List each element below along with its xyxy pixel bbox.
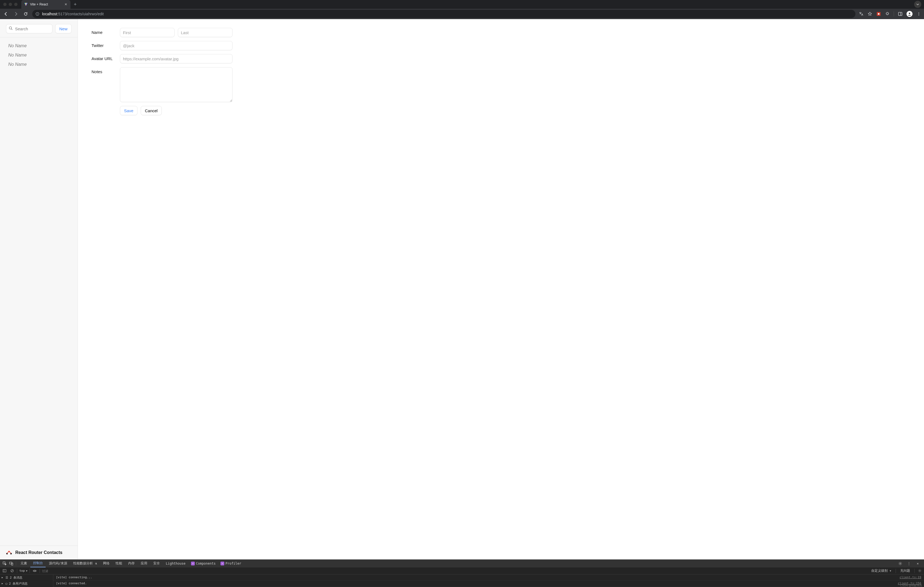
devtools-close-icon[interactable]: ✕: [915, 562, 921, 566]
expand-triangle-icon: ▶: [2, 582, 4, 585]
divider: [16, 561, 16, 566]
vite-favicon-icon: [24, 2, 28, 6]
new-tab-button[interactable]: +: [74, 2, 77, 7]
log-source-link[interactable]: client.ts:19: [900, 575, 921, 579]
devtools-tab-components[interactable]: ⚛Components: [189, 560, 218, 567]
live-expression-icon[interactable]: [32, 569, 38, 573]
last-name-input[interactable]: [178, 28, 233, 37]
maximize-window-icon[interactable]: [14, 3, 18, 6]
svg-point-27: [919, 570, 920, 571]
twitter-label: Twitter: [92, 41, 120, 48]
sidebar-user-messages-row[interactable]: ▶ ◯ 2 条用户消息: [0, 580, 53, 587]
sidebar-messages-row[interactable]: ▶ ☰ 2 条消息: [0, 574, 53, 580]
devtools-tab-elements[interactable]: 元素: [18, 560, 30, 567]
svg-point-10: [919, 12, 919, 13]
console-filter-input[interactable]: [42, 569, 867, 572]
sidebar: New No Name No Name No Name React Router…: [0, 19, 78, 559]
react-router-logo-icon: [6, 549, 12, 556]
chevron-down-icon: ▼: [890, 569, 891, 572]
svg-rect-4: [37, 13, 38, 13]
cancel-button[interactable]: Cancel: [141, 106, 162, 115]
browser-tab[interactable]: Vite + React ✕: [21, 0, 71, 9]
forward-button[interactable]: [13, 11, 19, 17]
reload-button[interactable]: [22, 11, 29, 17]
svg-point-26: [34, 570, 36, 571]
back-button[interactable]: [3, 11, 9, 17]
user-icon: ◯: [5, 582, 7, 585]
list-icon: ☰: [5, 576, 8, 579]
issues-label[interactable]: 无问题: [898, 569, 912, 573]
browser-chrome: Vite + React ✕ + localhost:5173/contacts…: [0, 0, 924, 19]
devtools-tab-security[interactable]: 安全: [150, 560, 163, 567]
contact-list-item[interactable]: No Name: [0, 51, 78, 60]
search-input[interactable]: [6, 24, 53, 33]
name-label: Name: [92, 28, 120, 35]
main-content: Name Twitter Avatar URL Notes Save Cance…: [78, 19, 924, 559]
devtools-tab-lighthouse[interactable]: Lighthouse: [163, 560, 188, 567]
log-levels-selector[interactable]: 自定义级别 ▼: [869, 569, 893, 573]
contact-list-item[interactable]: No Name: [0, 41, 78, 51]
translate-icon[interactable]: [859, 12, 864, 16]
clear-console-icon[interactable]: [9, 569, 15, 572]
url-text: localhost:5173/contacts/uiahrwo/edit: [42, 12, 104, 16]
new-contact-button[interactable]: New: [55, 24, 72, 33]
devtools-panel: 元素 控制台 源代码/来源 性能数据分析 ⚗ 网络 性能 内存 应用 安全 Li…: [0, 559, 924, 587]
console-sidebar-toggle-icon[interactable]: [2, 569, 7, 572]
kebab-menu-icon[interactable]: [916, 12, 921, 16]
chevron-down-icon: ▼: [26, 569, 27, 572]
close-window-icon[interactable]: [3, 3, 7, 6]
devtools-kebab-icon[interactable]: ⋮: [906, 562, 912, 566]
log-text: [vite] connected.: [56, 582, 87, 585]
tab-close-icon[interactable]: ✕: [64, 2, 68, 6]
svg-line-14: [12, 29, 13, 30]
console-log-row[interactable]: [vite] connected. client.ts:156: [53, 580, 924, 587]
devtools-tab-sources[interactable]: 源代码/来源: [46, 560, 70, 567]
devtools-tab-performance-insights[interactable]: 性能数据分析 ⚗: [71, 560, 99, 567]
chevron-down-icon[interactable]: [914, 1, 921, 8]
window-controls: [3, 3, 18, 6]
log-text: [vite] connecting...: [56, 575, 92, 579]
extension-icon-1[interactable]: [876, 12, 881, 16]
svg-rect-22: [3, 569, 6, 572]
flask-icon: ⚗: [95, 562, 97, 566]
footer-title: React Router Contacts: [15, 550, 62, 555]
extensions-icon[interactable]: [885, 12, 890, 16]
side-panel-icon[interactable]: [898, 12, 903, 16]
avatar-url-input[interactable]: [120, 54, 233, 63]
address-bar[interactable]: localhost:5173/contacts/uiahrwo/edit: [32, 10, 855, 18]
svg-point-6: [878, 13, 879, 15]
twitter-input[interactable]: [120, 41, 233, 50]
site-info-icon[interactable]: [36, 12, 40, 16]
devtools-settings-icon[interactable]: [897, 562, 903, 566]
first-name-input[interactable]: [120, 28, 175, 37]
console-log-row[interactable]: [vite] connecting... client.ts:19: [53, 574, 924, 580]
avatar-url-label: Avatar URL: [92, 54, 120, 61]
contact-list-item[interactable]: No Name: [0, 60, 78, 69]
tab-strip: Vite + React ✕ +: [0, 0, 924, 9]
devtools-tab-profiler[interactable]: ⚛Profiler: [218, 560, 243, 567]
devtools-tab-network[interactable]: 网络: [100, 560, 112, 567]
devtools-tab-console[interactable]: 控制台: [30, 560, 46, 567]
toolbar-right-icons: [859, 11, 921, 17]
profile-avatar-icon[interactable]: [906, 11, 912, 17]
svg-point-11: [919, 14, 919, 14]
inspect-element-icon[interactable]: [2, 562, 8, 566]
search-icon: [9, 26, 13, 31]
devtools-tab-memory[interactable]: 内存: [125, 560, 137, 567]
contact-list: No Name No Name No Name: [0, 38, 78, 546]
expand-triangle-icon: ▶: [2, 576, 4, 579]
devtools-tab-bar: 元素 控制台 源代码/来源 性能数据分析 ⚗ 网络 性能 内存 应用 安全 Li…: [0, 560, 924, 567]
device-toolbar-icon[interactable]: [8, 562, 14, 566]
bookmark-star-icon[interactable]: [868, 12, 872, 16]
notes-textarea[interactable]: [120, 67, 233, 102]
execution-context-selector[interactable]: top ▼: [20, 569, 27, 572]
console-settings-icon[interactable]: [917, 569, 922, 572]
react-badge-icon: ⚛: [221, 562, 224, 566]
save-button[interactable]: Save: [120, 106, 137, 115]
sidebar-header: New: [0, 19, 78, 38]
svg-rect-7: [899, 12, 902, 16]
watermark-text: CSDN @码蚁先生: [900, 584, 922, 587]
minimize-window-icon[interactable]: [9, 3, 12, 6]
devtools-tab-performance[interactable]: 性能: [113, 560, 125, 567]
devtools-tab-application[interactable]: 应用: [138, 560, 150, 567]
